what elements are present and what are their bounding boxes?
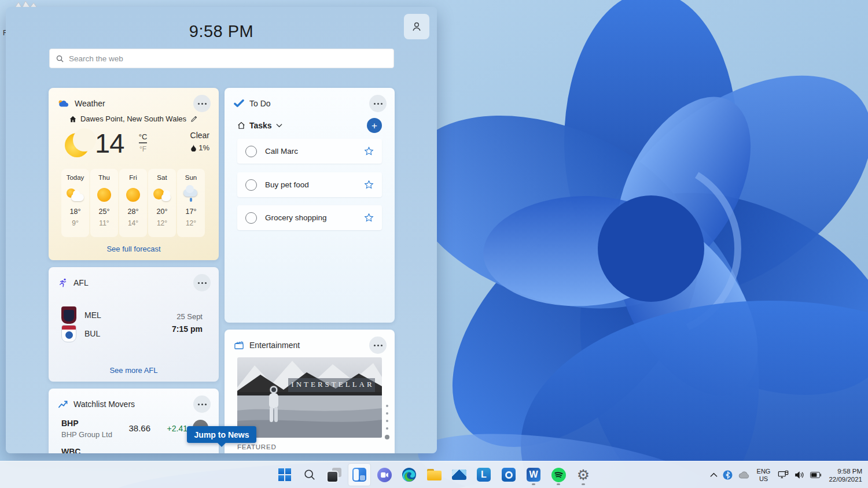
watchlist-more-button[interactable] [193,395,211,413]
todo-icon [234,99,244,108]
unit-fahrenheit[interactable]: °F [135,145,150,153]
entertainment-more-button[interactable] [369,337,387,354]
see-full-forecast-link[interactable]: See full forecast [49,245,219,253]
chat-button[interactable] [373,463,396,486]
task-view-button[interactable] [323,463,346,486]
stock-symbol: WBC [61,447,80,453]
battery-icon[interactable] [810,472,821,478]
weather-icon [58,99,69,108]
l-app-icon: L [477,468,491,482]
add-task-button[interactable]: + [367,118,382,133]
o-app-button[interactable] [497,463,520,486]
afl-title: AFL [73,278,89,287]
sports-runner-icon [58,278,68,288]
day-label: Thu [90,174,118,181]
day-label: Fri [119,174,147,181]
day-low: 9° [61,219,89,227]
taskbar-search-button[interactable] [298,463,321,486]
word-button[interactable]: W [522,463,545,486]
forecast-day[interactable]: Sat 20° 12° [148,169,176,237]
forecast-day[interactable]: Fri 28° 14° [119,169,147,237]
task-list-selector[interactable]: Tasks [249,121,272,130]
spotify-button[interactable] [547,463,570,486]
profile-button[interactable] [404,14,429,39]
taskbar: L W ⚙ ENG US [0,461,868,488]
edit-location-icon[interactable] [190,115,198,123]
widgets-panel: 9:58 PM Weather Daw [6,7,437,453]
stock-price: 38.66 [128,423,150,433]
task-checkbox[interactable] [245,146,257,157]
watchlist-title: Watchlist Movers [73,400,135,409]
watchlist-widget[interactable]: Watchlist Movers BHP BHP Group Ltd 38.66… [49,389,219,453]
forecast-day[interactable]: Thu 25° 11° [90,169,118,237]
afl-widget[interactable]: AFL MEL BUL 25 Sept 7:15 pm See more AFL [49,267,219,382]
desktop-screen: F 9:58 PM Weather [0,0,868,488]
volume-icon[interactable] [795,471,805,479]
mail-button[interactable] [447,463,470,486]
tray-clock[interactable]: 9:58 PM 22/09/2021 [826,467,862,483]
afl-more-button[interactable] [193,274,211,291]
entertainment-title: Entertainment [249,341,300,350]
todo-widget[interactable]: To Do Tasks + Call Marc Buy pet food [225,88,395,323]
tray-time: 9:58 PM [829,467,862,475]
bul-team-logo [61,325,76,342]
search-input[interactable] [69,54,388,63]
match-time: 7:15 pm [172,324,203,334]
weather-title: Weather [75,99,105,108]
weather-more-button[interactable] [193,95,211,112]
onedrive-cloud-icon[interactable] [738,471,749,479]
rain-icon [183,188,198,202]
task-checkbox[interactable] [245,179,257,191]
stock-change: +2.41 [167,424,187,433]
carousel-scroll-dots[interactable] [385,405,389,439]
todo-more-button[interactable] [369,95,387,112]
weather-location[interactable]: Dawes Point, New South Wales [80,114,186,123]
day-label: Sat [148,174,176,181]
task-row[interactable]: Call Marc [237,139,382,164]
edge-button[interactable] [398,463,421,486]
sunny-icon [97,188,111,202]
movie-poster[interactable]: INTERSTELLAR [237,357,382,438]
task-row[interactable]: Grocery shopping [237,205,382,230]
task-label: Buy pet food [265,180,309,189]
forecast-day[interactable]: Sun 17° 12° [177,169,205,237]
language-indicator[interactable]: ENG US [755,468,773,483]
day-high: 25° [90,208,118,216]
file-explorer-button[interactable] [422,463,446,486]
star-icon[interactable] [364,180,374,190]
settings-button[interactable]: ⚙ [572,463,595,486]
o-ring-app-icon [502,468,516,482]
day-low: 14° [119,219,147,227]
start-button[interactable] [273,463,296,486]
bluetooth-icon[interactable] [723,470,733,480]
edge-icon [402,467,417,482]
day-high: 20° [148,208,176,216]
gear-icon: ⚙ [577,468,590,482]
weather-widget[interactable]: Weather Dawes Point, New South Wales 14 … [49,88,219,260]
current-temp: 14 [95,127,124,159]
featured-label: FEATURED [237,443,277,450]
unit-celsius[interactable]: °C [139,132,148,143]
web-search-bar[interactable] [49,49,394,68]
star-icon[interactable] [364,213,374,223]
network-icon[interactable] [778,470,789,480]
task-label: Call Marc [265,147,298,156]
forecast-day[interactable]: Today 18° 9° [61,169,89,237]
see-more-afl-link[interactable]: See more AFL [49,366,219,375]
tray-chevron-up-icon[interactable] [710,472,718,478]
stock-row[interactable]: WBC [61,447,80,453]
poster-title: INTERSTELLAR [290,380,375,389]
day-high: 17° [177,208,205,216]
jump-to-news-button[interactable]: Jump to News [187,426,256,443]
todo-title: To Do [249,99,271,108]
folder-icon [427,469,442,480]
task-row[interactable]: Buy pet food [237,172,382,197]
widgets-button[interactable] [348,463,371,486]
l-app-button[interactable]: L [472,463,495,486]
search-icon [56,54,64,63]
task-checkbox[interactable] [245,212,257,224]
day-high: 18° [61,208,89,216]
chevron-down-icon[interactable] [276,123,282,128]
star-icon[interactable] [364,146,374,156]
precipitation-value: 1% [198,143,209,152]
